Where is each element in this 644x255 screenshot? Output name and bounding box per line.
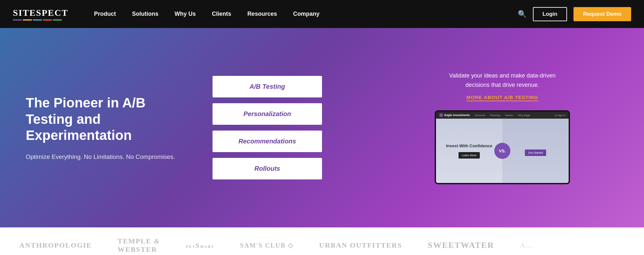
mockup-vs-badge: VS. xyxy=(494,143,510,159)
nav-solutions[interactable]: Solutions xyxy=(132,11,158,17)
more-ab-testing-link[interactable]: MORE ABOUT A/B TESTING xyxy=(467,95,538,101)
mockup-left-title: Invest With Confidence xyxy=(446,143,492,148)
client-sams-club: sam's club ◇ xyxy=(240,241,293,249)
nav-clients[interactable]: Clients xyxy=(212,11,231,17)
nav-links: Product Solutions Why Us Clients Resourc… xyxy=(94,11,518,17)
mockup-nav-planning: Planning xyxy=(490,114,500,117)
hero-title: The Pioneer in A/B Testing and Experimen… xyxy=(26,95,187,143)
logo-bar-orange xyxy=(23,19,32,21)
client-sweetwater: Sweetwater xyxy=(428,241,494,250)
mockup-screen: Invest With Confidence Learn More VS. Ge… xyxy=(436,119,569,183)
ab-mockup: Eagle Investments Accounts Planning Sear… xyxy=(435,110,570,184)
mockup-learn-more[interactable]: Learn More xyxy=(459,152,480,159)
hero-subtitle: Optimize Everything. No Limitations. No … xyxy=(26,153,187,160)
client-urban-outfitters: URBAN OUTFITTERS xyxy=(319,241,402,250)
feature-ab-testing[interactable]: A/B Testing xyxy=(213,76,322,97)
nav-product[interactable]: Product xyxy=(94,11,116,17)
nav-right: 🔍 Login Request Demo xyxy=(518,7,631,21)
logo-bar-green xyxy=(53,19,62,21)
client-temple-webster: TEMPLE &WEBSTER xyxy=(118,237,160,254)
login-button[interactable]: Login xyxy=(533,7,567,21)
mockup-nav-logo: Eagle Investments xyxy=(439,113,470,117)
logo[interactable]: SITESPECT xyxy=(13,8,68,21)
logo-bar-purple xyxy=(13,19,22,21)
mockup-variant-b: Get Started xyxy=(502,119,569,183)
logo-text: SITESPECT xyxy=(13,8,68,18)
mockup-nav-accounts: Accounts xyxy=(475,114,485,117)
client-petsmart: PETSMART xyxy=(186,241,214,250)
client-partial: A... xyxy=(520,241,533,250)
navbar: SITESPECT Product Solutions Why Us Clien… xyxy=(0,0,644,28)
hero-left: The Pioneer in A/B Testing and Experimen… xyxy=(26,95,187,160)
nav-why-us[interactable]: Why Us xyxy=(175,11,196,17)
feature-personalization[interactable]: Personalization xyxy=(213,103,322,125)
mockup-nav-signin: Q Sign In xyxy=(555,114,565,117)
mockup-variant-a: Invest With Confidence Learn More xyxy=(436,119,502,183)
hero-feature-buttons: A/B Testing Personalization Recommendati… xyxy=(213,76,348,179)
nav-company[interactable]: Company xyxy=(293,11,319,17)
logo-bar xyxy=(13,19,68,21)
feature-rollouts[interactable]: Rollouts xyxy=(213,158,322,179)
request-demo-button[interactable]: Request Demo xyxy=(573,7,631,21)
mockup-nav-search: Search xyxy=(505,114,513,117)
hero-right-text: Validate your ideas and make data-driven… xyxy=(449,71,556,90)
nav-resources[interactable]: Resources xyxy=(247,11,277,17)
logo-bar-red xyxy=(43,19,52,21)
hero-right: Validate your ideas and make data-driven… xyxy=(374,71,618,185)
search-icon[interactable]: 🔍 xyxy=(518,10,526,18)
hero-section: The Pioneer in A/B Testing and Experimen… xyxy=(0,28,644,227)
client-anthropologie: ANTHROPOLOGIE xyxy=(19,241,92,250)
clients-bar: ANTHROPOLOGIE TEMPLE &WEBSTER PETSMART s… xyxy=(0,227,644,255)
mockup-get-started[interactable]: Get Started xyxy=(525,150,546,156)
logo-bar-blue xyxy=(33,19,42,21)
mockup-nav-why: Why Eagle xyxy=(518,114,530,117)
mockup-navbar: Eagle Investments Accounts Planning Sear… xyxy=(436,112,569,119)
feature-recommendations[interactable]: Recommendations xyxy=(213,131,322,152)
